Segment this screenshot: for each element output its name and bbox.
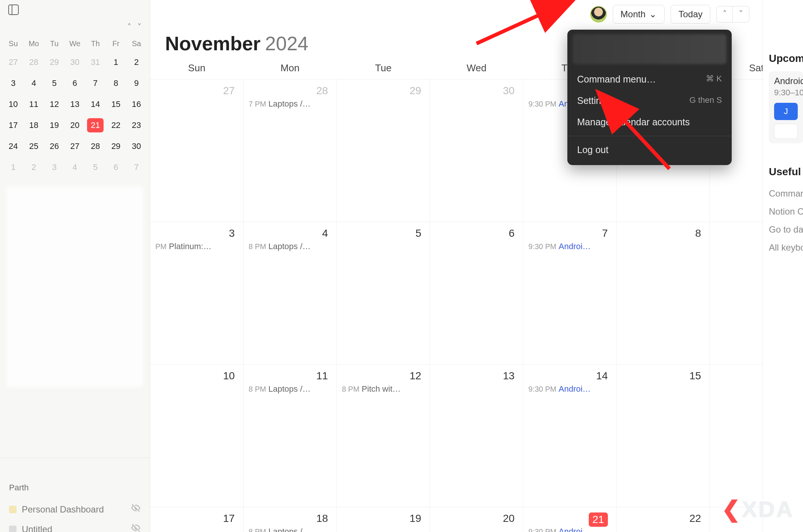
mini-day[interactable]: 20: [65, 115, 85, 136]
mini-day[interactable]: 8: [106, 73, 126, 94]
calendar-cell[interactable]: 19: [337, 507, 430, 532]
mini-day[interactable]: 18: [24, 115, 44, 136]
menu-command[interactable]: Command menu… ⌘ K: [567, 69, 732, 90]
calendar-cell[interactable]: 27: [150, 80, 244, 222]
prev-period-button[interactable]: ˄: [716, 6, 733, 23]
calendar-cell[interactable]: 6: [430, 222, 523, 365]
mini-day[interactable]: 26: [44, 136, 65, 157]
mini-day[interactable]: 4: [24, 73, 44, 94]
calendar-cell[interactable]: 188 PMLaptops /…: [244, 507, 337, 532]
calendar-cell[interactable]: 22: [617, 507, 710, 532]
calendar-event[interactable]: 9:30 PMAndroi…: [528, 384, 611, 394]
calendar-cell[interactable]: 15: [617, 365, 710, 507]
calendar-cell[interactable]: 8: [617, 222, 710, 365]
calendar-event[interactable]: 9:30 PMAndroi…: [528, 242, 611, 251]
mini-day[interactable]: 3: [44, 157, 65, 178]
mini-day[interactable]: 15: [106, 94, 126, 115]
shortcut-item[interactable]: Notion C: [769, 203, 803, 221]
mini-day[interactable]: 23: [126, 115, 147, 136]
main-header: Month ⌄ Today ˄ ˅ Sea: [150, 0, 803, 29]
calendar-cell[interactable]: 3PMPlatinum:…: [150, 222, 244, 365]
today-button[interactable]: Today: [671, 5, 710, 24]
calendar-cell[interactable]: 5: [337, 222, 430, 365]
dashboard-item[interactable]: Personal Dashboard: [8, 499, 142, 519]
mini-day[interactable]: 9: [126, 73, 147, 94]
menu-settings[interactable]: Settings G then S: [567, 90, 732, 111]
mini-day[interactable]: 5: [44, 73, 65, 94]
event-title: Laptops /…: [268, 384, 311, 394]
menu-logout-label: Log out: [577, 144, 608, 155]
mini-day[interactable]: 29: [44, 52, 65, 73]
mini-day[interactable]: 7: [126, 157, 147, 178]
shortcut-item[interactable]: All keybo: [769, 239, 803, 257]
mini-day[interactable]: 27: [3, 52, 24, 73]
calendar-event[interactable]: 8 PMLaptops /…: [249, 384, 331, 394]
calendar-event[interactable]: 7 PMLaptops /…: [249, 99, 331, 109]
calendar-cell[interactable]: 13: [430, 365, 523, 507]
mini-day[interactable]: 1: [3, 157, 24, 178]
calendar-cell[interactable]: 128 PMPitch wit…: [337, 365, 430, 507]
mini-day[interactable]: 10: [3, 94, 24, 115]
calendar-cell[interactable]: 29: [337, 80, 430, 222]
calendar-cell[interactable]: 79:30 PMAndroi…: [523, 222, 617, 365]
mini-day[interactable]: 31: [85, 52, 106, 73]
mini-day[interactable]: 13: [65, 94, 85, 115]
mini-day[interactable]: 6: [106, 157, 126, 178]
visibility-off-icon[interactable]: [131, 503, 141, 515]
mini-day[interactable]: 22: [106, 115, 126, 136]
calendar-event[interactable]: 9:30 PMAndroi…: [528, 527, 611, 532]
panel-toggle-icon[interactable]: [8, 5, 19, 15]
mini-day[interactable]: 28: [24, 52, 44, 73]
shortcut-item[interactable]: Commar: [769, 185, 803, 203]
calendar-event[interactable]: 8 PMLaptops /…: [249, 527, 331, 532]
calendar-cell[interactable]: 48 PMLaptops /…: [244, 222, 337, 365]
mini-day[interactable]: 12: [44, 94, 65, 115]
mini-day[interactable]: 5: [85, 157, 106, 178]
mini-cal-next[interactable]: ˅: [137, 23, 141, 32]
day-number: 15: [689, 370, 701, 382]
mini-day[interactable]: 7: [85, 73, 106, 94]
mini-day[interactable]: 30: [65, 52, 85, 73]
menu-logout[interactable]: Log out: [567, 139, 732, 161]
mini-day[interactable]: 11: [24, 94, 44, 115]
calendar-cell[interactable]: 10: [150, 365, 244, 507]
mini-day[interactable]: 17: [3, 115, 24, 136]
mini-cal-prev[interactable]: ˄: [127, 23, 131, 32]
secondary-button[interactable]: [774, 124, 798, 139]
mini-day[interactable]: 25: [24, 136, 44, 157]
mini-day[interactable]: 16: [126, 94, 147, 115]
calendar-cell[interactable]: 20: [430, 507, 523, 532]
calendar-event[interactable]: 8 PMPitch wit…: [342, 384, 424, 394]
mini-day[interactable]: 29: [106, 136, 126, 157]
mini-day[interactable]: 19: [44, 115, 65, 136]
calendar-event[interactable]: 8 PMLaptops /…: [249, 242, 331, 251]
avatar-button[interactable]: [590, 6, 607, 23]
mini-day[interactable]: 1: [106, 52, 126, 73]
calendar-cell[interactable]: 149:30 PMAndroi…: [523, 365, 617, 507]
calendar-cell[interactable]: 287 PMLaptops /…: [244, 80, 337, 222]
view-select[interactable]: Month ⌄: [613, 5, 665, 24]
join-button[interactable]: J: [774, 103, 798, 120]
calendar-event[interactable]: PMPlatinum:…: [155, 242, 238, 251]
mini-day[interactable]: 6: [65, 73, 85, 94]
mini-day[interactable]: 27: [65, 136, 85, 157]
mini-day[interactable]: 3: [3, 73, 24, 94]
mini-day[interactable]: 4: [65, 157, 85, 178]
visibility-off-icon[interactable]: [131, 523, 141, 532]
next-period-button[interactable]: ˅: [733, 6, 749, 23]
dashboard-item[interactable]: Untitled: [8, 519, 142, 532]
mini-day[interactable]: 2: [24, 157, 44, 178]
menu-account-header[interactable]: [573, 34, 726, 64]
calendar-cell[interactable]: 219:30 PMAndroi…: [523, 507, 617, 532]
mini-day[interactable]: 24: [3, 136, 24, 157]
shortcut-item[interactable]: Go to da: [769, 221, 803, 239]
calendar-cell[interactable]: 30: [430, 80, 523, 222]
calendar-cell[interactable]: 17: [150, 507, 244, 532]
mini-day[interactable]: 21: [85, 115, 106, 136]
mini-day[interactable]: 30: [126, 136, 147, 157]
mini-day[interactable]: 14: [85, 94, 106, 115]
mini-day[interactable]: 28: [85, 136, 106, 157]
mini-day[interactable]: 2: [126, 52, 147, 73]
calendar-cell[interactable]: 118 PMLaptops /…: [244, 365, 337, 507]
menu-manage-accounts[interactable]: Manage calendar accounts: [567, 111, 732, 133]
